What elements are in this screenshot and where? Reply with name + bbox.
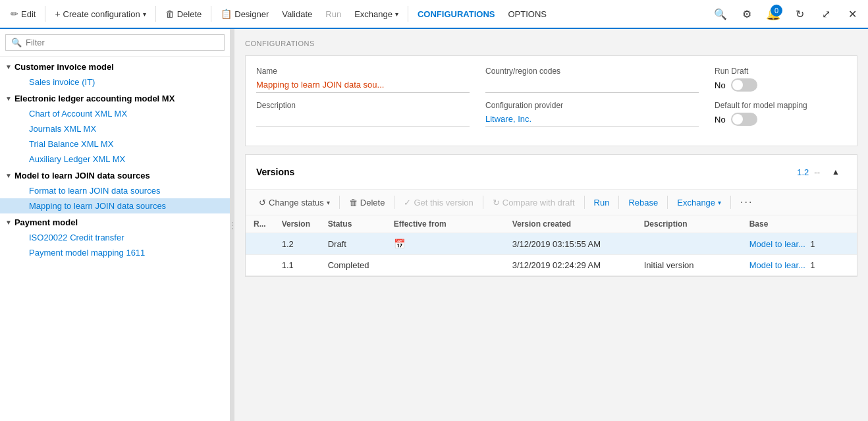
v-sep1 — [339, 196, 340, 209]
cell-effective-2 — [386, 255, 504, 276]
v-sep5 — [618, 196, 619, 209]
table-row[interactable]: 1.1 Completed 3/12/2019 02:24:29 AM Init… — [246, 255, 857, 276]
cell-created-1: 3/12/2019 03:15:55 AM — [504, 233, 636, 255]
exchange-button[interactable]: Exchange ▾ — [349, 7, 404, 22]
calendar-icon[interactable]: 📅 — [394, 239, 405, 249]
cell-created-2: 3/12/2019 02:24:29 AM — [504, 255, 636, 276]
left-panel: 🔍 ▼ Customer invoice model Sales invoice… — [0, 29, 231, 421]
versions-delete-button[interactable]: 🗑 Delete — [344, 195, 391, 210]
configurations-tab[interactable]: CONFIGURATIONS — [412, 7, 500, 22]
v-sep6 — [667, 196, 668, 209]
cell-version-1: 1.2 — [274, 233, 320, 255]
sep3 — [211, 6, 211, 22]
versions-run-button[interactable]: Run — [589, 195, 615, 210]
more-options-button[interactable]: ··· — [735, 194, 758, 211]
cell-r-1 — [246, 233, 274, 255]
col-header-version: Version — [274, 215, 320, 233]
designer-button[interactable]: 📋 Designer — [215, 6, 274, 22]
right-panel: CONFIGURATIONS Name Mapping to learn JOI… — [234, 29, 868, 421]
tree-item-payment-mapping[interactable]: Payment model mapping 1611 — [0, 245, 230, 260]
get-this-version-button[interactable]: ✓ Get this version — [398, 195, 478, 210]
table-head: R... Version Status Effective from Versi… — [246, 215, 857, 233]
name-label: Name — [256, 67, 470, 76]
run-button[interactable]: Run — [320, 7, 346, 22]
rebase-button[interactable]: Rebase — [623, 195, 663, 210]
designer-icon: 📋 — [221, 9, 232, 19]
form-row-1: Name Mapping to learn JOIN data sou... C… — [256, 67, 846, 93]
col-header-r: R... — [246, 215, 274, 233]
tree: ▼ Customer invoice model Sales invoice (… — [0, 57, 230, 421]
tree-group-header-customer[interactable]: ▼ Customer invoice model — [0, 59, 230, 74]
col-header-effective: Effective from — [386, 215, 504, 233]
cell-base-1: Model to lear... 1 — [742, 233, 857, 255]
tree-item-trial-balance[interactable]: Trial Balance XML MX — [0, 136, 230, 152]
tree-group-payment: ▼ Payment model ISO20022 Credit transfer… — [0, 215, 230, 260]
provider-value: Litware, Inc. — [485, 113, 699, 127]
refresh-button[interactable]: ↻ — [789, 3, 810, 24]
notification-wrap: 🔔 0 — [763, 3, 784, 24]
form-field-name: Name Mapping to learn JOIN data sou... — [256, 67, 470, 93]
create-configuration-button[interactable]: + Create configuration ▾ — [49, 6, 151, 22]
delete-button[interactable]: 🗑 Delete — [160, 6, 207, 22]
tree-group-header-electronic[interactable]: ▼ Electronic ledger accounting model MX — [0, 91, 230, 106]
versions-toolbar: ↺ Change status ▾ 🗑 Delete ✓ Get this ve… — [246, 190, 857, 215]
tree-item-auxiliary[interactable]: Auxiliary Ledger XML MX — [0, 152, 230, 167]
form-row-2: Description Configuration provider Litwa… — [256, 101, 846, 127]
close-button[interactable]: ✕ — [842, 3, 863, 24]
filter-input[interactable] — [26, 38, 219, 47]
tree-item-sales-invoice[interactable]: Sales invoice (IT) — [0, 74, 230, 90]
v-sep7 — [730, 196, 731, 209]
get-icon: ✓ — [404, 198, 411, 208]
base-link-1[interactable]: Model to lear... — [749, 239, 805, 249]
search-icon: 🔍 — [11, 38, 22, 47]
group-label: Model to learn JOIN data sources — [14, 171, 150, 181]
tree-group-header-payment[interactable]: ▼ Payment model — [0, 215, 230, 230]
compare-icon: ↻ — [493, 198, 500, 208]
validate-button[interactable]: Validate — [277, 7, 317, 22]
versions-exchange-button[interactable]: Exchange ▾ — [672, 195, 726, 210]
v-sep2 — [394, 196, 394, 209]
compare-draft-button[interactable]: ↻ Compare with draft — [487, 195, 580, 210]
base-link-2[interactable]: Model to lear... — [749, 260, 805, 270]
settings-button[interactable]: ⚙ — [736, 3, 757, 24]
versions-title: Versions — [256, 167, 294, 177]
versions-meta: 1.2 -- ▲ — [797, 161, 846, 182]
toolbar-right: 🔍 ⚙ 🔔 0 ↻ ⤢ ✕ — [710, 3, 863, 24]
run-draft-label: Run Draft — [715, 67, 846, 76]
main-toolbar: ✏ Edit + Create configuration ▾ 🗑 Delete… — [0, 0, 868, 29]
tree-item-journals[interactable]: Journals XML MX — [0, 121, 230, 136]
filter-box: 🔍 — [0, 29, 230, 57]
notification-badge: 0 — [771, 5, 782, 16]
country-label: Country/region codes — [485, 67, 699, 76]
versions-collapse-button[interactable]: ▲ — [825, 161, 846, 182]
tree-item-chart-account[interactable]: Chart of Account XML MX — [0, 106, 230, 121]
refresh-icon: ↺ — [259, 198, 266, 208]
table-row[interactable]: 1.2 Draft 📅 3/12/2019 03:15:55 AM Model … — [246, 233, 857, 255]
toggle-wrap-run-draft: No — [715, 78, 846, 92]
group-label: Electronic ledger accounting model MX — [14, 94, 175, 103]
cell-effective-1: 📅 — [386, 233, 504, 255]
change-status-button[interactable]: ↺ Change status ▾ — [254, 195, 335, 210]
tree-item-mapping-join[interactable]: Mapping to learn JOIN data sources — [0, 198, 230, 213]
versions-header: Versions 1.2 -- ▲ — [246, 155, 857, 190]
v-sep4 — [584, 196, 585, 209]
tree-item-iso20022[interactable]: ISO20022 Credit transfer — [0, 230, 230, 245]
search-button[interactable]: 🔍 — [710, 3, 731, 24]
open-new-button[interactable]: ⤢ — [815, 3, 836, 24]
chevron-down-icon: ▾ — [718, 199, 721, 206]
run-draft-toggle[interactable] — [731, 78, 757, 92]
options-tab[interactable]: OPTIONS — [502, 7, 552, 22]
versions-panel: Versions 1.2 -- ▲ ↺ Change status ▾ 🗑 De… — [245, 154, 857, 277]
description-value — [256, 113, 470, 127]
tree-item-format-join[interactable]: Format to learn JOIN data sources — [0, 183, 230, 198]
cell-r-2 — [246, 255, 274, 276]
edit-button[interactable]: ✏ Edit — [5, 6, 41, 22]
base-num-1: 1 — [810, 239, 815, 249]
default-value: No — [715, 115, 726, 125]
tree-group-header-model-join[interactable]: ▼ Model to learn JOIN data sources — [0, 168, 230, 183]
cell-status-2: Completed — [320, 255, 386, 276]
run-draft-value: No — [715, 80, 726, 90]
default-toggle[interactable] — [731, 113, 757, 126]
dash-sep: -- — [814, 167, 820, 177]
col-header-base: Base — [742, 215, 857, 233]
